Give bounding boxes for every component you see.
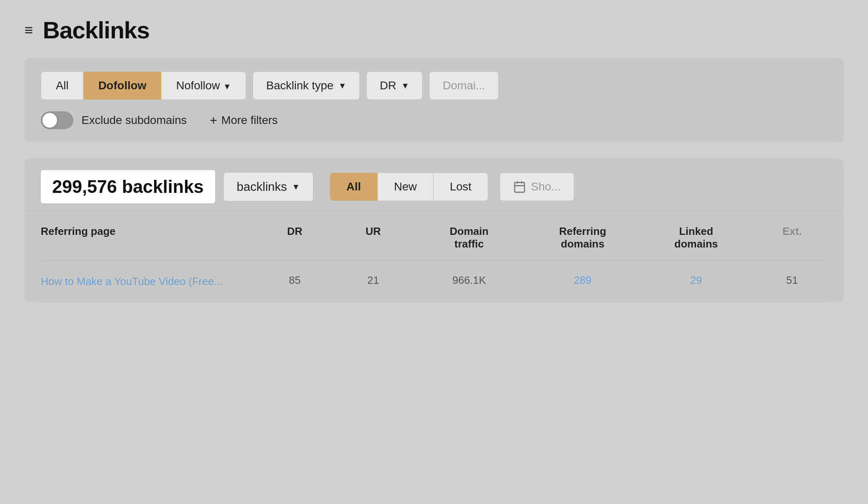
backlinks-mode-label: backlinks xyxy=(237,180,287,194)
svg-rect-0 xyxy=(515,182,524,192)
exclude-subdomains-toggle-container: Exclude subdomains xyxy=(41,111,187,129)
exclude-subdomains-label: Exclude subdomains xyxy=(82,114,187,127)
col-referring-page: Referring page xyxy=(41,225,251,250)
tab-new[interactable]: New xyxy=(378,173,434,201)
page-title: Backlinks xyxy=(43,16,150,44)
backlink-type-chevron-icon: ▼ xyxy=(338,81,346,91)
filter-row-2: Exclude subdomains + More filters xyxy=(41,111,827,129)
tab-all[interactable]: All xyxy=(330,173,378,201)
row-page-link[interactable]: How to Make a YouTube Video (Free... xyxy=(41,274,251,289)
results-header: 299,576 backlinks backlinks ▼ All New Lo… xyxy=(24,159,844,215)
row-ur: 21 xyxy=(338,274,408,287)
row-referring-domains[interactable]: 289 xyxy=(530,274,635,287)
col-referring-domains: Referringdomains xyxy=(530,225,635,250)
row-linked-domains[interactable]: 29 xyxy=(643,274,749,287)
filter-nofollow-btn[interactable]: Nofollow ▼ xyxy=(161,72,246,99)
backlinks-count: 299,576 backlinks xyxy=(41,170,215,203)
exclude-subdomains-toggle[interactable] xyxy=(41,111,73,129)
filter-row-1: All Dofollow Nofollow ▼ Backlink type ▼ … xyxy=(41,71,827,100)
dr-chevron-icon: ▼ xyxy=(401,81,410,91)
backlinks-mode-dropdown[interactable]: backlinks ▼ xyxy=(223,172,313,201)
row-domain-traffic: 966.1K xyxy=(416,274,522,287)
row-dr: 85 xyxy=(260,274,330,287)
col-dr: DR xyxy=(260,225,330,250)
backlink-type-dropdown[interactable]: Backlink type ▼ xyxy=(253,71,360,100)
calendar-btn-label: Sho... xyxy=(531,180,561,193)
table-row: How to Make a YouTube Video (Free... 85 … xyxy=(41,261,827,302)
calendar-btn[interactable]: Sho... xyxy=(500,172,574,201)
filter-all-btn[interactable]: All xyxy=(41,72,84,99)
more-filters-label: More filters xyxy=(221,114,278,127)
col-linked-domains: Linkeddomains xyxy=(643,225,749,250)
row-ext: 51 xyxy=(757,274,827,287)
results-section: 299,576 backlinks backlinks ▼ All New Lo… xyxy=(24,159,844,302)
tab-lost[interactable]: Lost xyxy=(434,173,488,201)
mode-chevron-icon: ▼ xyxy=(292,182,300,192)
table-container: Referring page DR UR Domaintraffic Refer… xyxy=(24,215,844,302)
filter-bar: All Dofollow Nofollow ▼ Backlink type ▼ … xyxy=(24,58,844,142)
results-tab-group: All New Lost xyxy=(330,172,488,201)
calendar-icon xyxy=(513,180,526,193)
dr-dropdown[interactable]: DR ▼ xyxy=(366,71,423,100)
domain-filter-dropdown[interactable]: Domai... xyxy=(429,71,498,100)
link-type-filter-group: All Dofollow Nofollow ▼ xyxy=(41,71,246,100)
col-ext: Ext. xyxy=(757,225,827,250)
more-filters-btn[interactable]: + More filters xyxy=(209,113,278,128)
nofollow-chevron-icon: ▼ xyxy=(223,82,231,91)
table-header: Referring page DR UR Domaintraffic Refer… xyxy=(41,215,827,261)
plus-icon: + xyxy=(209,113,217,128)
hamburger-icon[interactable]: ≡ xyxy=(24,23,33,38)
col-domain-traffic: Domaintraffic xyxy=(416,225,522,250)
page-header: ≡ Backlinks xyxy=(24,16,844,44)
col-ur: UR xyxy=(338,225,408,250)
toggle-knob xyxy=(42,113,57,128)
filter-dofollow-btn[interactable]: Dofollow xyxy=(84,72,161,99)
